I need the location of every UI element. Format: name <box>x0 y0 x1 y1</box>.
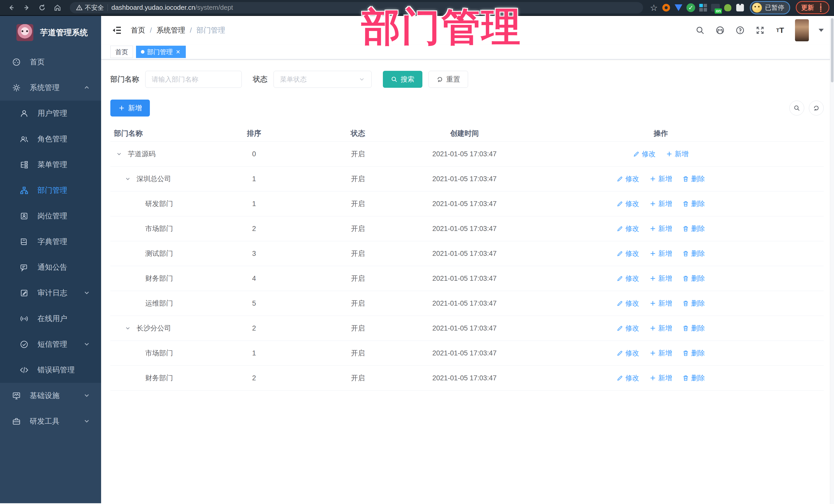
sidebar-item-errcode[interactable]: 错误码管理 <box>0 357 101 383</box>
sidebar-item-online[interactable]: 在线用户 <box>0 306 101 332</box>
sidebar-item-devtool[interactable]: 研发工具 <box>0 409 101 434</box>
breadcrumb-home[interactable]: 首页 <box>131 25 145 35</box>
delete-link[interactable]: 删除 <box>682 249 705 258</box>
status-select[interactable]: 菜单状态 <box>273 71 372 88</box>
browser-reload-icon[interactable] <box>36 2 49 13</box>
search-button[interactable]: 搜索 <box>383 71 422 88</box>
delete-link[interactable]: 删除 <box>682 199 705 209</box>
edit-link[interactable]: 修改 <box>617 224 639 233</box>
sidebar-item-dict[interactable]: 字典管理 <box>0 229 101 255</box>
dept-name-input[interactable] <box>145 71 242 88</box>
extension-gem-icon[interactable] <box>673 3 684 13</box>
table-row[interactable]: 深圳总公司 1 开启 2021-01-05 17:03:47 修改 新增 删除 <box>110 167 824 192</box>
browser-profile-chip[interactable]: 已暂停 <box>750 1 790 14</box>
sidebar-item-post[interactable]: 岗位管理 <box>0 203 101 229</box>
delete-link[interactable]: 删除 <box>682 324 705 333</box>
trash-icon <box>682 375 689 381</box>
sidebar-logo-row[interactable]: 芋道管理系统 <box>0 16 101 49</box>
github-icon[interactable] <box>715 25 725 36</box>
edit-link[interactable]: 修改 <box>617 324 639 333</box>
browser-back-icon[interactable] <box>5 2 18 13</box>
not-secure-badge[interactable]: 不安全 <box>76 3 104 12</box>
table-row[interactable]: 运维部门 5 开启 2021-01-05 17:03:47 修改 新增 删除 <box>110 291 824 316</box>
edit-link[interactable]: 修改 <box>617 373 639 382</box>
browser-update-button[interactable]: 更新 ⋮⋮ <box>796 1 829 14</box>
sidebar-item-menu[interactable]: 菜单管理 <box>0 152 101 178</box>
font-size-icon[interactable]: TT <box>775 25 785 36</box>
sidebar-item-notice[interactable]: 通知公告 <box>0 255 101 280</box>
tree-expand-arrow-icon[interactable] <box>116 150 128 158</box>
sidebar-item-role[interactable]: 角色管理 <box>0 126 101 152</box>
add-dept-button[interactable]: 新增 <box>110 100 150 116</box>
tab-dept-active[interactable]: 部门管理 <box>136 46 186 58</box>
extension-grid-icon[interactable] <box>698 3 708 13</box>
delete-link[interactable]: 删除 <box>682 224 705 233</box>
tree-expand-arrow-icon[interactable] <box>125 324 136 332</box>
search-icon[interactable] <box>695 25 705 36</box>
edit-link[interactable]: 修改 <box>617 249 639 258</box>
sidebar-item-user[interactable]: 用户管理 <box>0 101 101 126</box>
fullscreen-icon[interactable] <box>755 25 765 36</box>
sidebar-fold-icon[interactable] <box>111 25 123 36</box>
close-tab-icon[interactable] <box>175 49 181 54</box>
add-child-link[interactable]: 新增 <box>666 149 688 159</box>
edit-link[interactable]: 修改 <box>617 349 639 358</box>
add-child-link[interactable]: 新增 <box>650 349 672 358</box>
breadcrumb-system[interactable]: 系统管理 <box>156 25 185 35</box>
extensions-puzzle-icon[interactable] <box>735 3 745 13</box>
reset-button[interactable]: 重置 <box>429 71 468 88</box>
edit-link[interactable]: 修改 <box>633 149 656 159</box>
bookmark-star-icon[interactable]: ☆ <box>649 3 659 13</box>
table-row[interactable]: 长沙分公司 2 开启 2021-01-05 17:03:47 修改 新增 删除 <box>110 316 824 341</box>
browser-home-icon[interactable] <box>51 2 64 13</box>
caret-down-icon[interactable] <box>819 29 824 32</box>
extension-green-check-icon[interactable]: ✓ <box>686 3 696 13</box>
delete-link[interactable]: 删除 <box>682 274 705 283</box>
table-row[interactable]: 研发部门 1 开启 2021-01-05 17:03:47 修改 新增 删除 <box>110 192 824 216</box>
extension-key-icon[interactable] <box>723 3 733 13</box>
sidebar-item-sms[interactable]: 短信管理 <box>0 332 101 357</box>
page-scrollbar[interactable] <box>830 17 834 504</box>
table-row[interactable]: 芋道源码 0 开启 2021-01-05 17:03:47 修改 新增 <box>110 141 824 167</box>
extension-orange-icon[interactable] <box>661 3 671 13</box>
tab-home[interactable]: 首页 <box>110 46 133 58</box>
add-child-link[interactable]: 新增 <box>650 299 672 308</box>
table-row[interactable]: 财务部门 4 开启 2021-01-05 17:03:47 修改 新增 删除 <box>110 266 824 291</box>
add-child-link[interactable]: 新增 <box>650 274 672 283</box>
edit-link[interactable]: 修改 <box>617 174 639 183</box>
edit-link[interactable]: 修改 <box>617 199 639 209</box>
delete-link[interactable]: 删除 <box>682 349 705 358</box>
toggle-search-button[interactable] <box>789 101 804 115</box>
code-icon <box>20 366 29 375</box>
edit-link[interactable]: 修改 <box>617 299 639 308</box>
tree-expand-arrow-icon[interactable] <box>125 175 136 183</box>
sidebar-item-home[interactable]: 首页 <box>0 49 101 75</box>
help-icon[interactable] <box>735 25 745 36</box>
add-child-link[interactable]: 新增 <box>650 373 672 382</box>
browser-menu-icon[interactable]: ⋮⋮ <box>817 4 824 11</box>
add-child-link[interactable]: 新增 <box>650 324 672 333</box>
add-child-link[interactable]: 新增 <box>650 224 672 233</box>
edit-link[interactable]: 修改 <box>617 274 639 283</box>
table-row[interactable]: 测试部门 3 开启 2021-01-05 17:03:47 修改 新增 删除 <box>110 241 824 266</box>
scrollbar-thumb[interactable] <box>831 18 833 82</box>
sidebar-item-audit[interactable]: 审计日志 <box>0 280 101 306</box>
table-row[interactable]: 市场部门 2 开启 2021-01-05 17:03:47 修改 新增 删除 <box>110 216 824 241</box>
user-avatar[interactable] <box>795 19 809 41</box>
refresh-table-button[interactable] <box>809 101 824 115</box>
table-row[interactable]: 市场部门 1 开启 2021-01-05 17:03:47 修改 新增 删除 <box>110 341 824 366</box>
delete-link[interactable]: 删除 <box>682 373 705 382</box>
delete-link[interactable]: 删除 <box>682 174 705 183</box>
add-child-link[interactable]: 新增 <box>650 249 672 258</box>
add-child-link[interactable]: 新增 <box>650 174 672 183</box>
sidebar-item-dept[interactable]: 部门管理 <box>0 178 101 203</box>
browser-forward-icon[interactable] <box>20 2 34 13</box>
status-value: 开启 <box>305 373 411 382</box>
add-child-link[interactable]: 新增 <box>650 199 672 209</box>
sidebar-item-system[interactable]: 系统管理 <box>0 75 101 101</box>
delete-link[interactable]: 删除 <box>682 299 705 308</box>
table-row[interactable]: 财务部门 2 开启 2021-01-05 17:03:47 修改 新增 删除 <box>110 366 824 391</box>
extension-on-icon[interactable]: on <box>710 3 721 13</box>
sidebar-item-infra[interactable]: 基础设施 <box>0 383 101 409</box>
address-bar[interactable]: 不安全 dashboard.yudao.iocoder.cn/system/de… <box>70 2 643 13</box>
